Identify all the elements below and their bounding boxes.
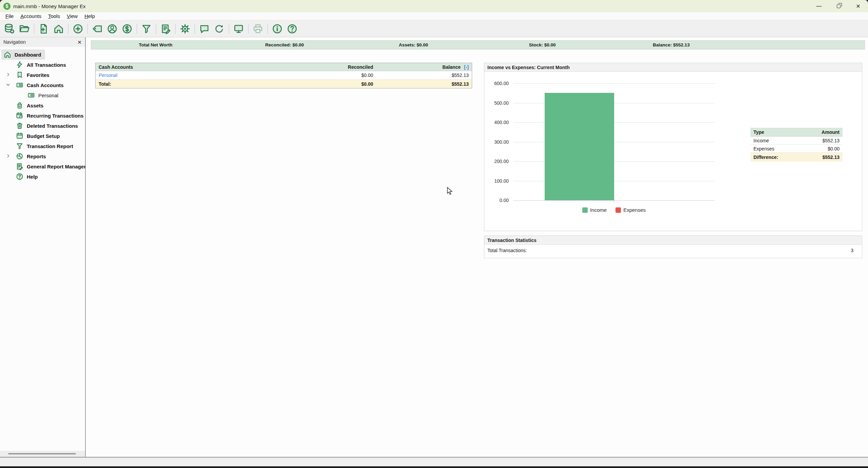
help-icon: [286, 23, 298, 35]
toolbar: [0, 20, 868, 37]
legend-swatch: [615, 207, 621, 213]
full-screen-button[interactable]: [231, 21, 246, 36]
y-axis-tick-label: 0.00: [485, 198, 509, 203]
help-button[interactable]: [285, 21, 300, 36]
cash-accounts-total-row: Total: $0.00 $552.13: [96, 80, 472, 88]
sidebar-item-assets[interactable]: Assets: [0, 100, 85, 110]
sidebar-item-label: All Transactions: [27, 62, 66, 68]
menu-file[interactable]: File: [2, 13, 17, 19]
payees-button[interactable]: [105, 21, 120, 36]
difference-label: Difference:: [753, 155, 778, 160]
difference-amount: $552.13: [822, 155, 840, 160]
sidebar-item-favorites[interactable]: Favorites: [0, 70, 85, 80]
wallet-icon: [27, 91, 35, 99]
chevron-down-icon[interactable]: [5, 82, 11, 88]
menu-accounts[interactable]: Accounts: [17, 13, 45, 19]
new-transaction-button[interactable]: [70, 21, 85, 36]
toolbar-separator: [229, 24, 229, 34]
menu-view[interactable]: View: [63, 13, 81, 19]
sidebar-item-transaction-report[interactable]: Transaction Report: [0, 141, 85, 151]
doc-edit-icon: [160, 23, 171, 35]
close-button[interactable]: ✕: [848, 0, 868, 12]
income-expenses-summary-table: Type Amount Income $552.13 Expenses $0.0…: [750, 128, 843, 162]
gridline: [513, 122, 715, 123]
summary-bar: Total Net Worth Reconciled: $0.00 Assets…: [91, 40, 865, 49]
restore-icon: [837, 4, 841, 8]
transaction-filter-button[interactable]: [139, 21, 154, 36]
navigation-close-icon[interactable]: ✕: [77, 40, 82, 45]
restore-button[interactable]: [829, 0, 848, 12]
expenses-row: Expenses $0.00: [750, 145, 843, 153]
gridline: [513, 142, 715, 142]
bar-chart: 0.00100.00200.00300.00400.00500.00600.00: [513, 83, 715, 200]
sidebar-item-reports[interactable]: Reports: [0, 151, 85, 161]
toolbar-separator: [87, 24, 88, 34]
categories-button[interactable]: [90, 21, 105, 36]
news-button[interactable]: [197, 21, 212, 36]
total-balance-value: $552.13: [373, 81, 469, 87]
info-icon: [271, 23, 283, 35]
income-row: Income $552.13: [750, 137, 843, 145]
sidebar-item-dashboard[interactable]: Dashboard: [0, 49, 85, 60]
gear-icon: [179, 23, 191, 35]
menu-tools[interactable]: Tools: [45, 13, 63, 19]
sidebar-item-label: Budget Setup: [27, 133, 60, 139]
user-icon: [106, 23, 118, 35]
sidebar-item-deleted-transactions[interactable]: Deleted Transactions: [0, 121, 85, 131]
funnel-icon: [16, 142, 24, 150]
sidebar-item-budget-setup[interactable]: Budget Setup: [0, 131, 85, 141]
type-column-header: Type: [753, 129, 764, 135]
account-link-personal[interactable]: Personal: [99, 73, 117, 78]
sidebar-item-all-transactions[interactable]: All Transactions: [0, 60, 85, 70]
sidebar-item-general-report-manager[interactable]: General Report Manager: [0, 161, 85, 171]
options-button[interactable]: [178, 21, 193, 36]
toolbar-separator: [248, 24, 248, 34]
sidebar-item-label: Transaction Report: [27, 143, 73, 149]
amount-column-header: Amount: [822, 129, 840, 135]
sidebar-item-personal[interactable]: Personal: [0, 90, 85, 100]
check-updates-button[interactable]: [212, 21, 227, 36]
minimize-button[interactable]: —: [809, 0, 829, 12]
y-axis-tick-label: 200.00: [485, 159, 509, 164]
print-button: [250, 21, 265, 36]
cash-accounts-title: Cash Accounts: [99, 64, 271, 70]
about-button[interactable]: [270, 21, 285, 36]
account-reconciled-value: $0.00: [271, 73, 373, 78]
new-database-button[interactable]: [2, 21, 17, 36]
legend-label: Expenses: [623, 207, 646, 213]
doc-edit-icon: [16, 162, 24, 170]
currencies-button[interactable]: [120, 21, 135, 36]
sidebar-item-help[interactable]: Help: [0, 171, 85, 182]
chevron-right-icon[interactable]: [5, 72, 11, 78]
total-label: Total:: [99, 81, 271, 87]
sidebar-item-cash-accounts[interactable]: Cash Accounts: [0, 80, 85, 90]
menu-help[interactable]: Help: [81, 13, 98, 19]
screen-edge: [0, 466, 868, 468]
cash-accounts-panel: Cash Accounts Reconciled Balance[-] Pers…: [95, 63, 472, 88]
dollar-icon: [121, 23, 133, 35]
scrollbar-thumb[interactable]: [8, 453, 76, 454]
chevron-right-icon[interactable]: [5, 153, 11, 159]
transaction-statistics-header: Transaction Statistics: [484, 236, 862, 245]
transaction-statistics-panel: Transaction Statistics Total Transaction…: [484, 236, 862, 258]
main-area: Navigation ✕ DashboardAll TransactionsFa…: [0, 37, 868, 457]
sidebar-item-recurring-transactions[interactable]: Recurring Transactions: [0, 110, 85, 121]
open-database-button[interactable]: [17, 21, 32, 36]
gridline: [513, 103, 715, 103]
gridline: [513, 83, 715, 84]
new-account-button[interactable]: [36, 21, 51, 36]
general-report-manager-button[interactable]: [158, 21, 173, 36]
collapse-panel-link[interactable]: [-]: [464, 64, 469, 70]
dashboard-button[interactable]: [51, 21, 66, 36]
summary-assets: Assets: $0.00: [349, 42, 478, 47]
home-icon: [53, 23, 64, 35]
navigation-hscrollbar[interactable]: [0, 451, 85, 457]
plus-circle-icon: [72, 23, 84, 35]
expenses-label: Expenses: [753, 146, 774, 151]
navigation-panel: Navigation ✕ DashboardAll TransactionsFa…: [0, 37, 86, 457]
sidebar-item-label: Favorites: [27, 72, 49, 78]
summary-stock: Stock: $0.00: [478, 42, 607, 47]
pie-icon: [16, 152, 24, 160]
sidebar-item-label: Personal: [38, 93, 58, 98]
y-axis-tick-label: 300.00: [485, 139, 509, 145]
